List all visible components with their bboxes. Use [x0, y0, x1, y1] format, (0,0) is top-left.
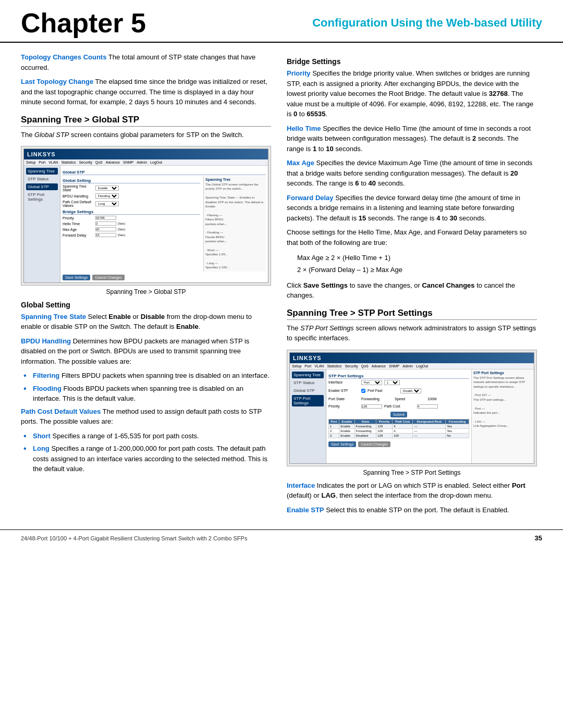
section1-heading: Spanning Tree > Global STP: [21, 115, 271, 127]
topology-changes-para: Topology Changes Counts The total amount…: [21, 52, 271, 72]
last-topology-para: Last Topology Change The elapsed time si…: [21, 77, 271, 107]
sidebar2-stp-port[interactable]: STP Port Settings: [292, 395, 324, 406]
content-area: Topology Changes Counts The total amount…: [0, 43, 563, 529]
linksys-logo2: LINKSYS: [293, 355, 322, 361]
input-path-cost-port[interactable]: [417, 404, 438, 409]
th-state: State: [354, 419, 376, 424]
cell-fwd: Yes: [446, 424, 469, 428]
sidebar-stp-port[interactable]: STP Port Settings: [26, 191, 58, 203]
form-port-num: 1: [384, 380, 400, 385]
checkbox-enable-stp[interactable]: [361, 389, 365, 393]
filtering-bullet: Filtering Filters BPDU packets when span…: [29, 371, 271, 381]
select-interface[interactable]: PortLAG: [361, 380, 382, 385]
max-age-unit: (Sec): [118, 228, 125, 231]
chapter-title: Chapter 5: [21, 9, 146, 36]
table-row: 3 Enable Disabled 128 100 — No: [329, 433, 469, 438]
cell-state: Forwarding: [354, 428, 376, 433]
linksys-sidebar2: Spanning Tree STP Status Global STP STP …: [290, 369, 326, 463]
cell-port: 3: [329, 433, 339, 438]
bpdu-bullets: Filtering Filters BPDU packets when span…: [29, 371, 271, 404]
mock-form-area: Global Setting Spanning Tree State Enabl…: [63, 176, 266, 272]
page-footer: 24/48-Port 10/100 + 4-Port Gigabit Resil…: [0, 529, 563, 546]
sidebar2-spanning-tree[interactable]: Spanning Tree: [292, 372, 324, 378]
input-hello-time[interactable]: [95, 221, 116, 226]
th-designated: Designated Root: [413, 419, 446, 424]
cell-des: —: [413, 428, 446, 433]
interface-para: Interface Indicates the port or LAG on w…: [287, 480, 537, 501]
label-bpdu-handling: BPDU Handling: [63, 194, 94, 198]
label-max-age: Max Age: [63, 228, 94, 231]
formula2: 2 × (Forward Delay – 1) ≥ Max Age: [297, 264, 537, 276]
sidebar-stp-status[interactable]: STP Status: [26, 176, 58, 182]
save-settings-btn1[interactable]: Save Settings: [63, 275, 90, 280]
linksys-main1: Global STP Global Setting Spanning Tree …: [60, 166, 268, 282]
select-port-fast[interactable]: Disable: [400, 388, 421, 393]
table-row: 2 Enable Forwarding 128 4 — Yes: [329, 428, 469, 433]
mock-global-stp-title: Global STP: [63, 170, 266, 175]
label-interface: Interface: [328, 380, 360, 384]
select-path-cost[interactable]: Long: [95, 201, 119, 206]
mock-nav2: SetupPortVLANStatisticsSecurityQoSAdvanc…: [290, 363, 534, 369]
mock-left-form: Global Setting Spanning Tree State Enabl…: [63, 176, 200, 272]
screenshot2-caption: Spanning Tree > STP Port Settings: [287, 469, 537, 476]
linksys-logo1: LINKSYS: [27, 151, 56, 157]
input-priority[interactable]: [95, 216, 116, 220]
th-priority: Priority: [376, 419, 393, 424]
form-hello-time: Hello Time (Sec): [63, 221, 200, 226]
th-enable: Enable: [339, 419, 354, 424]
mock-buttons2: Save Settings Cancel Changes: [328, 441, 469, 447]
mock-stp-port-info-title: STP Port Settings: [473, 371, 532, 375]
stp-port-table: Port Enable State Priority Path Cost Des…: [328, 419, 469, 438]
label-priority: Priority: [63, 216, 94, 220]
mock-port-lag-row: Interface PortLAG 1: [328, 380, 469, 387]
long-bullet: Long Specifies a range of 1-200,000,000 …: [29, 443, 271, 474]
cell-state: Disabled: [354, 433, 376, 438]
cell-enable: Enable: [339, 433, 354, 438]
mock-right-panel2: STP Port Settings The STP Port Settings …: [471, 369, 534, 463]
select-spanning-tree-state[interactable]: Enable: [95, 186, 119, 191]
sidebar2-global-stp[interactable]: Global STP: [292, 387, 324, 394]
cancel-changes-btn1[interactable]: Cancel Changes: [92, 275, 125, 280]
cell-pathcost: 4: [393, 428, 413, 433]
form-priority: Priority: [63, 216, 200, 220]
sidebar-spanning-tree[interactable]: Spanning Tree: [26, 168, 58, 175]
mock-info-text: The Global STP screen configures the pri…: [205, 182, 264, 270]
label-port-fast: Port Fast: [368, 389, 399, 392]
cell-fwd: Yes: [446, 428, 469, 433]
label-path-cost-port: Path Cost: [384, 404, 415, 408]
save-instructions: Click Save Settings to save the changes,…: [287, 280, 537, 301]
label-enable-stp: Enable STP: [328, 389, 360, 392]
sidebar2-stp-status[interactable]: STP Status: [292, 379, 324, 386]
mock-info-title: Spanning Tree: [205, 178, 264, 181]
save-settings-btn2[interactable]: Save Settings: [328, 441, 356, 447]
section1-intro: The Global STP screen contains global pa…: [21, 130, 271, 140]
cancel-changes-btn2[interactable]: Cancel Changes: [358, 441, 390, 447]
mock-submit-row: Submit: [328, 412, 469, 417]
screenshot1-inner: LINKSYS Setup Port VLAN Statistics Secur…: [23, 149, 268, 283]
bridge-settings-heading: Bridge Settings: [287, 57, 537, 66]
label-hello-time: Hello Time: [63, 222, 94, 226]
section2-intro: The STP Port Settings screen allows netw…: [287, 323, 537, 343]
cell-des: —: [413, 424, 446, 428]
sidebar-global-stp[interactable]: Global STP: [26, 183, 58, 190]
bpdu-handling-para: BPDU Handling Determines how BPDU packet…: [21, 336, 271, 367]
cell-pathcost: 100: [393, 433, 413, 438]
cell-priority: 128: [376, 424, 393, 428]
form-bpdu-handling: BPDU Handling Flooding: [63, 193, 200, 199]
section2-heading: Spanning Tree > STP Port Settings: [287, 308, 537, 320]
input-max-age[interactable]: [95, 227, 116, 231]
input-forward-delay[interactable]: [95, 233, 116, 237]
spanning-tree-state-para: Spanning Tree State Select Enable or Dis…: [21, 312, 271, 332]
formula1: Max Age ≥ 2 × (Hello Time + 1): [297, 252, 537, 264]
hello-time-para: Hello Time Specifies the device Hello Ti…: [287, 124, 537, 154]
short-bullet: Short Specifies a range of 1-65,535 for …: [29, 431, 271, 441]
form-max-age: Max Age (Sec): [63, 227, 200, 231]
mock-buttons1: Save Settings Cancel Changes: [63, 275, 266, 280]
flooding-bullet: Flooding Floods BPDU packets when spanni…: [29, 384, 271, 404]
input-priority-port[interactable]: [361, 404, 382, 409]
th-forward: Forwarding: [446, 419, 469, 424]
submit-btn[interactable]: Submit: [390, 412, 407, 417]
form-path-cost-port: Path Cost: [384, 404, 438, 409]
select-bpdu-handling[interactable]: Flooding: [95, 193, 119, 199]
select-port-num[interactable]: 1: [384, 380, 400, 385]
